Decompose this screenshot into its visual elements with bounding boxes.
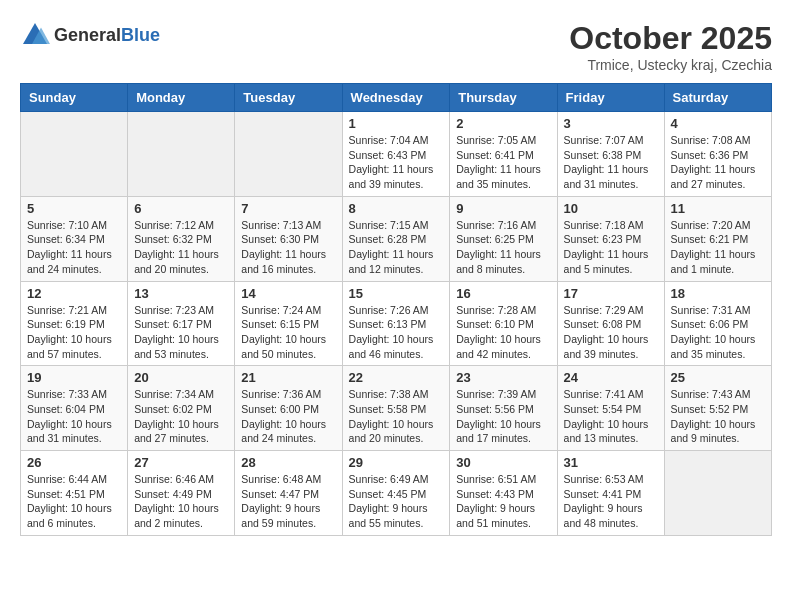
day-info: Sunrise: 6:46 AM Sunset: 4:49 PM Dayligh… [134, 472, 228, 531]
day-info: Sunrise: 7:39 AM Sunset: 5:56 PM Dayligh… [456, 387, 550, 446]
calendar-cell: 8Sunrise: 7:15 AM Sunset: 6:28 PM Daylig… [342, 196, 450, 281]
day-number: 27 [134, 455, 228, 470]
calendar-cell: 20Sunrise: 7:34 AM Sunset: 6:02 PM Dayli… [128, 366, 235, 451]
calendar-cell: 15Sunrise: 7:26 AM Sunset: 6:13 PM Dayli… [342, 281, 450, 366]
weekday-header: Friday [557, 84, 664, 112]
day-info: Sunrise: 6:51 AM Sunset: 4:43 PM Dayligh… [456, 472, 550, 531]
calendar-cell: 31Sunrise: 6:53 AM Sunset: 4:41 PM Dayli… [557, 451, 664, 536]
day-info: Sunrise: 6:53 AM Sunset: 4:41 PM Dayligh… [564, 472, 658, 531]
weekday-header: Tuesday [235, 84, 342, 112]
day-info: Sunrise: 7:29 AM Sunset: 6:08 PM Dayligh… [564, 303, 658, 362]
calendar-cell: 5Sunrise: 7:10 AM Sunset: 6:34 PM Daylig… [21, 196, 128, 281]
location-text: Trmice, Ustecky kraj, Czechia [569, 57, 772, 73]
day-number: 21 [241, 370, 335, 385]
day-info: Sunrise: 6:44 AM Sunset: 4:51 PM Dayligh… [27, 472, 121, 531]
calendar-week-row: 5Sunrise: 7:10 AM Sunset: 6:34 PM Daylig… [21, 196, 772, 281]
calendar-cell [21, 112, 128, 197]
day-number: 15 [349, 286, 444, 301]
day-number: 8 [349, 201, 444, 216]
calendar-cell: 16Sunrise: 7:28 AM Sunset: 6:10 PM Dayli… [450, 281, 557, 366]
calendar-table: SundayMondayTuesdayWednesdayThursdayFrid… [20, 83, 772, 536]
day-info: Sunrise: 7:13 AM Sunset: 6:30 PM Dayligh… [241, 218, 335, 277]
day-number: 23 [456, 370, 550, 385]
day-number: 24 [564, 370, 658, 385]
day-number: 7 [241, 201, 335, 216]
day-info: Sunrise: 7:08 AM Sunset: 6:36 PM Dayligh… [671, 133, 765, 192]
day-info: Sunrise: 7:26 AM Sunset: 6:13 PM Dayligh… [349, 303, 444, 362]
weekday-header: Saturday [664, 84, 771, 112]
weekday-header: Thursday [450, 84, 557, 112]
day-number: 5 [27, 201, 121, 216]
calendar-cell: 30Sunrise: 6:51 AM Sunset: 4:43 PM Dayli… [450, 451, 557, 536]
page-header: GeneralBlue October 2025 Trmice, Ustecky… [20, 20, 772, 73]
day-number: 29 [349, 455, 444, 470]
calendar-cell [664, 451, 771, 536]
day-info: Sunrise: 7:21 AM Sunset: 6:19 PM Dayligh… [27, 303, 121, 362]
calendar-cell [128, 112, 235, 197]
day-number: 13 [134, 286, 228, 301]
day-number: 2 [456, 116, 550, 131]
day-number: 25 [671, 370, 765, 385]
calendar-cell: 11Sunrise: 7:20 AM Sunset: 6:21 PM Dayli… [664, 196, 771, 281]
calendar-cell: 3Sunrise: 7:07 AM Sunset: 6:38 PM Daylig… [557, 112, 664, 197]
day-number: 28 [241, 455, 335, 470]
day-info: Sunrise: 7:36 AM Sunset: 6:00 PM Dayligh… [241, 387, 335, 446]
day-number: 10 [564, 201, 658, 216]
day-number: 19 [27, 370, 121, 385]
day-info: Sunrise: 7:38 AM Sunset: 5:58 PM Dayligh… [349, 387, 444, 446]
day-info: Sunrise: 7:04 AM Sunset: 6:43 PM Dayligh… [349, 133, 444, 192]
calendar-cell: 25Sunrise: 7:43 AM Sunset: 5:52 PM Dayli… [664, 366, 771, 451]
day-number: 20 [134, 370, 228, 385]
calendar-cell: 21Sunrise: 7:36 AM Sunset: 6:00 PM Dayli… [235, 366, 342, 451]
calendar-cell: 22Sunrise: 7:38 AM Sunset: 5:58 PM Dayli… [342, 366, 450, 451]
day-info: Sunrise: 7:43 AM Sunset: 5:52 PM Dayligh… [671, 387, 765, 446]
calendar-cell: 10Sunrise: 7:18 AM Sunset: 6:23 PM Dayli… [557, 196, 664, 281]
day-info: Sunrise: 7:33 AM Sunset: 6:04 PM Dayligh… [27, 387, 121, 446]
calendar-cell [235, 112, 342, 197]
calendar-week-row: 19Sunrise: 7:33 AM Sunset: 6:04 PM Dayli… [21, 366, 772, 451]
month-title: October 2025 [569, 20, 772, 57]
calendar-cell: 17Sunrise: 7:29 AM Sunset: 6:08 PM Dayli… [557, 281, 664, 366]
day-number: 14 [241, 286, 335, 301]
calendar-cell: 6Sunrise: 7:12 AM Sunset: 6:32 PM Daylig… [128, 196, 235, 281]
day-number: 30 [456, 455, 550, 470]
calendar-cell: 7Sunrise: 7:13 AM Sunset: 6:30 PM Daylig… [235, 196, 342, 281]
calendar-cell: 2Sunrise: 7:05 AM Sunset: 6:41 PM Daylig… [450, 112, 557, 197]
day-info: Sunrise: 7:07 AM Sunset: 6:38 PM Dayligh… [564, 133, 658, 192]
day-number: 18 [671, 286, 765, 301]
day-number: 9 [456, 201, 550, 216]
logo-general-text: General [54, 25, 121, 45]
calendar-cell: 12Sunrise: 7:21 AM Sunset: 6:19 PM Dayli… [21, 281, 128, 366]
calendar-week-row: 26Sunrise: 6:44 AM Sunset: 4:51 PM Dayli… [21, 451, 772, 536]
day-info: Sunrise: 6:49 AM Sunset: 4:45 PM Dayligh… [349, 472, 444, 531]
day-number: 12 [27, 286, 121, 301]
logo: GeneralBlue [20, 20, 160, 50]
calendar-cell: 19Sunrise: 7:33 AM Sunset: 6:04 PM Dayli… [21, 366, 128, 451]
calendar-cell: 13Sunrise: 7:23 AM Sunset: 6:17 PM Dayli… [128, 281, 235, 366]
calendar-cell: 18Sunrise: 7:31 AM Sunset: 6:06 PM Dayli… [664, 281, 771, 366]
day-number: 26 [27, 455, 121, 470]
day-info: Sunrise: 7:20 AM Sunset: 6:21 PM Dayligh… [671, 218, 765, 277]
day-number: 4 [671, 116, 765, 131]
weekday-header: Monday [128, 84, 235, 112]
day-number: 1 [349, 116, 444, 131]
weekday-header: Sunday [21, 84, 128, 112]
day-number: 22 [349, 370, 444, 385]
day-info: Sunrise: 7:31 AM Sunset: 6:06 PM Dayligh… [671, 303, 765, 362]
day-number: 31 [564, 455, 658, 470]
calendar-cell: 26Sunrise: 6:44 AM Sunset: 4:51 PM Dayli… [21, 451, 128, 536]
weekday-header: Wednesday [342, 84, 450, 112]
day-number: 17 [564, 286, 658, 301]
day-info: Sunrise: 7:34 AM Sunset: 6:02 PM Dayligh… [134, 387, 228, 446]
calendar-cell: 27Sunrise: 6:46 AM Sunset: 4:49 PM Dayli… [128, 451, 235, 536]
day-info: Sunrise: 7:10 AM Sunset: 6:34 PM Dayligh… [27, 218, 121, 277]
day-info: Sunrise: 7:41 AM Sunset: 5:54 PM Dayligh… [564, 387, 658, 446]
calendar-cell: 9Sunrise: 7:16 AM Sunset: 6:25 PM Daylig… [450, 196, 557, 281]
logo-blue-text: Blue [121, 25, 160, 45]
day-number: 3 [564, 116, 658, 131]
day-info: Sunrise: 7:15 AM Sunset: 6:28 PM Dayligh… [349, 218, 444, 277]
day-info: Sunrise: 7:23 AM Sunset: 6:17 PM Dayligh… [134, 303, 228, 362]
day-number: 11 [671, 201, 765, 216]
logo-icon [20, 20, 50, 50]
title-area: October 2025 Trmice, Ustecky kraj, Czech… [569, 20, 772, 73]
